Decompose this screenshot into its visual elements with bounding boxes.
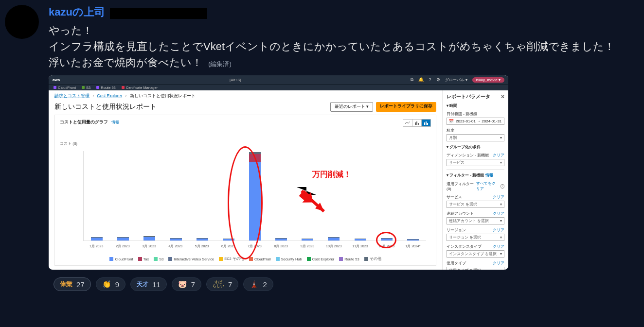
chart-bar (117, 151, 129, 241)
annotation-circle-big (228, 146, 263, 259)
legend-item[interactable]: Interactive Video Service (168, 257, 214, 261)
notifications-icon[interactable]: 🔔 (418, 77, 424, 82)
rp-title: レポートパラメータ (447, 93, 490, 100)
breadcrumb-current: 新しいコストと使用状況レポート (130, 93, 196, 98)
aws-topbar: aws [Alt+S] ⧉ 🔔 ? ⚙ グローバル ▾ hikky_movie … (49, 75, 508, 84)
legend-item[interactable]: Tax (138, 257, 149, 261)
svg-rect-2 (418, 123, 419, 125)
dimension-select[interactable]: サービス▾ (447, 159, 504, 166)
chart-bar (91, 151, 103, 241)
chart-info-link[interactable]: 情報 (111, 120, 119, 124)
rp-gran-label: 粒度 (447, 128, 454, 133)
report-params-panel: レポートパラメータ × ▾ 時間 日付範囲 - 新機能 📅 2023-01-01… (443, 90, 508, 270)
avatar (5, 5, 39, 39)
chart-bar (407, 151, 419, 241)
filter-utype-select[interactable]: 使用タイプ を選択▾ (447, 267, 504, 270)
info-icon[interactable]: i (501, 184, 504, 189)
cloudshell-icon[interactable]: ⧉ (411, 77, 413, 83)
reaction-subarashii[interactable]: すばらしい7 (206, 277, 238, 291)
filter-itype-select[interactable]: インスタンスタイプ を選択▾ (447, 250, 504, 258)
legend-item[interactable]: CloudTrail (249, 257, 271, 261)
chart-bar (275, 151, 287, 241)
clear-itype[interactable]: クリア (493, 244, 504, 249)
filter-account-select[interactable]: 連結アカウント を選択▾ (447, 217, 504, 224)
aws-favorites-bar: CloudFront S3 Route 53 Certificate Manag… (49, 84, 508, 90)
chart-bar (143, 151, 155, 241)
help-icon[interactable]: ? (429, 77, 431, 82)
svg-rect-4 (426, 121, 427, 125)
rp-time-section[interactable]: ▾ 時間 (447, 103, 504, 108)
settings-icon[interactable]: ⚙ (436, 77, 440, 82)
fav-s3[interactable]: S3 (82, 86, 90, 90)
chart-bar (170, 151, 182, 241)
region-selector[interactable]: グローバル ▾ (445, 77, 467, 83)
rp-filter-section[interactable]: ▾ フィルター - 新機能 情報 (447, 172, 504, 178)
fav-cloudfront[interactable]: CloudFront (54, 86, 76, 90)
rp-groupby-section[interactable]: ▾ グループ化の条件 (447, 144, 504, 150)
svg-rect-0 (415, 122, 416, 125)
rp-dim-clear[interactable]: クリア (493, 153, 504, 158)
reaction-clap[interactable]: 👏9 (96, 277, 125, 291)
page-title: 新しいコストと使用状況レポート (54, 103, 157, 111)
clear-account[interactable]: クリア (493, 211, 504, 216)
save-to-library-button[interactable]: レポートライブラリに保存 (376, 102, 436, 112)
reaction-genius[interactable]: 天才11 (130, 277, 167, 291)
chart-type-line[interactable] (403, 119, 412, 127)
reactions-bar: 偉業27 👏9 天才11 🐷7 すばらしい7 🗼2 (54, 277, 644, 291)
username[interactable]: kazuの上司 (49, 5, 105, 19)
svg-rect-1 (416, 121, 417, 125)
chart-title: コストと使用量のグラフ (60, 120, 108, 124)
y-axis-label: コスト ($) (60, 141, 431, 146)
account-menu[interactable]: hikky_movie ▾ (472, 77, 504, 83)
legend-item[interactable]: Cost Explorer (307, 257, 334, 261)
date-range-input[interactable]: 📅 2023-01-01 → 2024-01-31 (447, 118, 504, 125)
rp-date-label: 日付範囲 - 新機能 (447, 111, 477, 117)
filter-service-select[interactable]: サービス を選択▾ (447, 201, 504, 208)
rp-applied-count: 適用フィルター (0) (447, 181, 474, 191)
granularity-select[interactable]: 月別▾ (447, 134, 504, 141)
filter-region-select[interactable]: リージョン を選択▾ (447, 234, 504, 241)
fav-route53[interactable]: Route 53 (96, 86, 115, 90)
chart-type-toolbar (403, 119, 431, 127)
clear-utype[interactable]: クリア (493, 260, 504, 266)
chart-type-bar[interactable] (421, 119, 431, 127)
recent-reports-button[interactable]: 最近のレポート ▾ (330, 102, 373, 112)
annotation-text: 万円削減！ (312, 170, 351, 180)
fav-acm[interactable]: Certificate Manager (122, 86, 158, 90)
reaction-tower[interactable]: 🗼2 (243, 277, 273, 291)
breadcrumb-cost-explorer[interactable]: Cost Explorer (97, 93, 123, 98)
legend-item[interactable]: Security Hub (276, 257, 302, 261)
embedded-screenshot[interactable]: aws [Alt+S] ⧉ 🔔 ? ⚙ グローバル ▾ hikky_movie … (49, 75, 508, 270)
chart-type-stack[interactable] (412, 119, 422, 127)
chart-card: コストと使用量のグラフ 情報 コスト ($) 1月 20232月 20233月 … (54, 115, 436, 266)
chart-plot: 1月 20232月 20233月 20234月 20235月 20236月 20… (60, 148, 431, 256)
annotation-arrow (294, 187, 333, 221)
edited-label: (編集済) (208, 60, 232, 68)
breadcrumb-billing[interactable]: 請求とコスト管理 (54, 93, 89, 98)
reaction-pig[interactable]: 🐷7 (172, 277, 201, 291)
close-icon[interactable]: × (501, 93, 504, 100)
redacted-metadata (110, 8, 207, 19)
svg-rect-3 (424, 122, 425, 125)
chart-bar (355, 151, 366, 241)
rp-dim-label: ディメンション - 新機能 (447, 153, 489, 158)
svg-rect-5 (427, 123, 428, 125)
legend-item[interactable]: Route 53 (339, 257, 359, 261)
breadcrumb: 請求とコスト管理 › Cost Explorer › 新しいコストと使用状況レポ… (49, 90, 442, 102)
clear-region[interactable]: クリア (493, 227, 504, 233)
legend-item[interactable]: その他 (364, 257, 381, 261)
legend-item[interactable]: S3 (154, 257, 163, 261)
chart-bar (381, 151, 393, 241)
clear-service[interactable]: クリア (493, 194, 504, 200)
reaction-igyo[interactable]: 偉業27 (54, 277, 91, 291)
chart-bar (197, 151, 208, 241)
message-body: やった！ インフラ構成を見直したことでVketイベントのときにかかっていたとある… (49, 22, 634, 70)
rp-reset-all[interactable]: すべてをクリア (476, 181, 499, 191)
legend-item[interactable]: CloudFront (109, 257, 133, 261)
aws-logo: aws (53, 78, 60, 82)
search-shortcut: [Alt+S] (230, 78, 241, 82)
